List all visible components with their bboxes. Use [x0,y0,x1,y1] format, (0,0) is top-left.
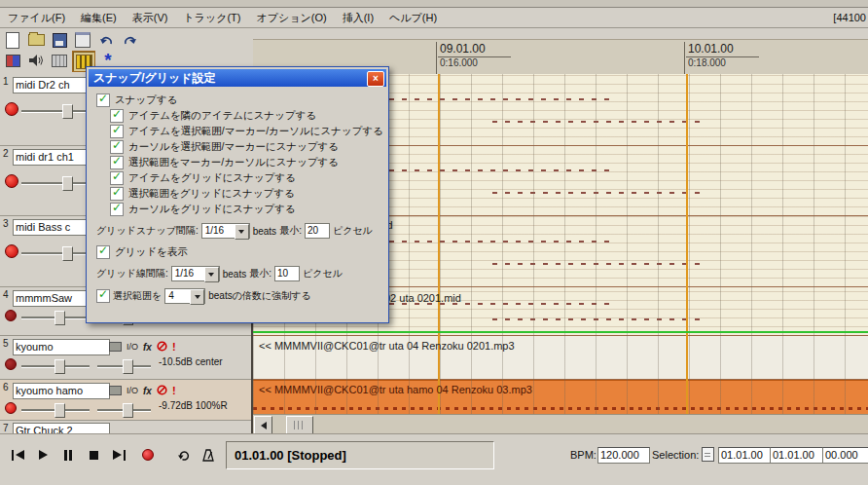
record-arm-icon[interactable] [5,244,18,258]
snap-items-to-grid-checkbox[interactable] [110,171,124,185]
checkbox-label: アイテムを選択範囲/マーカー/カーソルにスナップする [128,125,383,138]
pixels-unit-label: ピクセル [303,267,343,280]
undo-icon[interactable] [95,30,117,50]
time-label: 0:18.000 [686,57,759,68]
menu-help[interactable]: ヘルプ(H) [381,8,445,27]
selection-length-input[interactable]: 00.000 [822,447,868,464]
pan-slider[interactable] [97,359,151,372]
record-arm-icon[interactable] [5,358,17,370]
volume-slider[interactable] [21,311,90,323]
folder-icon[interactable] [109,386,122,395]
transport-bar: 01.01.00 [Stopped] BPM: 120.000 Selectio… [0,433,868,485]
grid-snap-spacing-select[interactable]: 1/16 [201,223,250,239]
track-number: 1 [3,76,9,87]
grid-line-min-px-input[interactable]: 10 [274,266,300,281]
chevron-down-icon[interactable] [204,267,219,282]
record-arm-icon[interactable] [5,402,17,414]
horizontal-scrollbar[interactable] [253,414,868,434]
menu-options[interactable]: オプション(O) [249,8,335,27]
mute-icon[interactable] [157,341,167,354]
snap-items-to-sel-marker-cursor-checkbox[interactable] [110,125,124,138]
media-item[interactable]: << MMMMVII@CKC01@tr uta 04 Renzoku 0201.… [259,340,515,352]
track-name-input[interactable]: kyoumo [13,339,110,355]
snap-sel-to-grid-checkbox[interactable] [110,187,124,201]
play-button[interactable] [31,444,54,466]
selection-icon[interactable] [702,447,714,462]
checkbox-label: 選択範囲をグリッドにスナップする [128,187,295,201]
pan-slider[interactable] [97,403,151,416]
project-settings-icon[interactable] [72,30,93,50]
volume-slider[interactable] [21,359,90,372]
position-display[interactable]: 01.01.00 [Stopped] [226,441,494,469]
chevron-down-icon[interactable] [190,289,204,305]
stop-button[interactable] [82,444,105,466]
menu-file[interactable]: ファイル(F) [0,8,73,27]
force-selection-beats-select[interactable]: 4 [164,288,205,304]
volume-readout: -9.72dB 100%R [159,400,228,411]
track-name-input[interactable]: kyoumo hamo [13,383,110,399]
menu-track[interactable]: トラック(T) [175,8,248,27]
track-number: 7 [3,423,9,433]
grid-snap-min-px-input[interactable]: 20 [305,223,330,239]
fx-button[interactable]: fx [143,342,152,353]
metronome-icon[interactable] [197,444,220,466]
force-selection-suffix-label: beatsの倍数に強制する [208,289,310,303]
repeat-icon[interactable] [171,444,195,466]
close-icon[interactable]: × [367,71,384,87]
fx-button[interactable]: fx [143,386,152,396]
menu-edit[interactable]: 編集(E) [73,8,125,27]
grid-line-spacing-select[interactable]: 1/16 [171,266,220,281]
mute-icon[interactable] [157,385,167,397]
redo-icon[interactable] [119,30,140,50]
menu-view[interactable]: 表示(V) [125,8,176,27]
bpm-input[interactable]: 120.000 [597,447,650,464]
track-number: 2 [3,148,9,159]
scroll-left-icon[interactable] [254,416,272,434]
selection-end-input[interactable]: 01.01.00 [770,447,824,464]
show-grid-checkbox[interactable] [96,245,110,259]
track-row-selected: 6 kyoumo hamo I/O fx ! -9.72dB 100%R [0,380,251,421]
go-to-end-button[interactable] [107,444,130,466]
min-label: 最小: [249,267,271,280]
snap-cursor-to-grid-checkbox[interactable] [110,203,124,216]
io-button[interactable]: I/O [127,342,138,352]
checkbox-label: スナップする [115,93,177,107]
media-item-selected[interactable]: << MMMMVII@CKC01@tr uta hamo 04 Renzoku … [259,384,532,395]
open-project-icon[interactable] [25,30,47,50]
selection-start-input[interactable]: 01.01.00 [718,447,773,464]
menu-insert[interactable]: 挿入(I) [335,8,381,27]
folder-icon[interactable] [109,342,122,352]
snap-enabled-checkbox[interactable] [96,93,110,107]
checkbox-label: アイテムを隣のアイテムにスナップする [128,109,316,123]
alert-icon[interactable]: ! [172,385,176,396]
checkbox-label: カーソルを選択範囲/マーカーにスナップする [128,140,339,154]
pause-button[interactable] [56,444,80,466]
record-button[interactable] [136,444,160,466]
io-button[interactable]: I/O [127,386,138,395]
snap-sel-to-marker-cursor-checkbox[interactable] [110,156,124,169]
dialog-title-bar[interactable]: スナップ/グリッド設定 × [89,69,386,87]
chevron-down-icon[interactable] [235,224,249,240]
record-arm-icon[interactable] [5,174,18,188]
go-to-start-button[interactable] [6,444,29,466]
selection-label: Selection: [652,449,699,461]
record-arm-icon[interactable] [5,310,17,321]
alert-icon[interactable]: ! [172,341,176,353]
audio-lane-selected[interactable]: << MMMMVII@CKC01@tr uta hamo 04 Renzoku … [253,380,868,415]
volume-slider[interactable] [21,403,90,416]
force-selection-checkbox[interactable] [96,289,110,303]
mixer-icon[interactable] [49,51,70,70]
pixels-unit-label: ピクセル [333,224,373,238]
scrollbar-thumb[interactable] [286,416,313,434]
snap-items-to-items-checkbox[interactable] [110,109,124,123]
master-volume-icon[interactable] [25,51,47,70]
save-project-icon[interactable] [49,30,70,50]
record-arm-icon[interactable] [5,102,18,116]
new-project-icon[interactable] [2,30,23,50]
snap-grid-settings-dialog: スナップ/グリッド設定 × スナップする アイテムを隣のアイテムにスナップする … [86,66,389,323]
snap-cursor-to-sel-marker-checkbox[interactable] [110,140,124,154]
render-icon[interactable] [2,51,23,70]
audio-lane[interactable]: << MMMMVII@CKC01@tr uta 04 Renzoku 0201.… [253,336,868,380]
force-selection-label: 選択範囲を [113,289,162,303]
media-item[interactable]: 02 uta 0201.mid [384,292,461,304]
